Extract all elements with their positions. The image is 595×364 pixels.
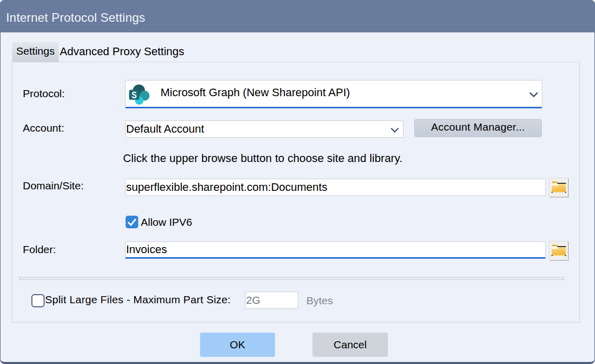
svg-text:S: S [132,90,137,100]
